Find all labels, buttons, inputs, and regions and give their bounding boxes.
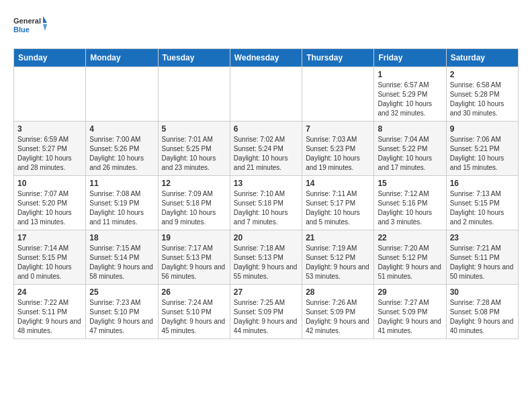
day-info: Sunrise: 7:03 AM Sunset: 5:23 PM Dayligh…: [306, 135, 370, 173]
calendar-cell: 13Sunrise: 7:10 AM Sunset: 5:18 PM Dayli…: [230, 176, 302, 230]
day-number: 5: [162, 124, 226, 134]
day-number: 7: [306, 124, 370, 134]
calendar-table: SundayMondayTuesdayWednesdayThursdayFrid…: [13, 48, 519, 339]
calendar-cell: 16Sunrise: 7:13 AM Sunset: 5:15 PM Dayli…: [446, 176, 518, 230]
day-number: 12: [162, 179, 226, 188]
day-info: Sunrise: 7:09 AM Sunset: 5:18 PM Dayligh…: [162, 189, 226, 227]
day-info: Sunrise: 7:26 AM Sunset: 5:09 PM Dayligh…: [306, 298, 370, 336]
calendar-cell: 2Sunrise: 6:58 AM Sunset: 5:28 PM Daylig…: [446, 67, 518, 122]
day-number: 13: [234, 179, 298, 188]
day-number: 10: [17, 179, 82, 188]
day-info: Sunrise: 7:02 AM Sunset: 5:24 PM Dayligh…: [234, 135, 298, 173]
calendar-cell: 21Sunrise: 7:19 AM Sunset: 5:12 PM Dayli…: [302, 230, 374, 285]
calendar-cell: [14, 67, 86, 122]
day-info: Sunrise: 7:11 AM Sunset: 5:17 PM Dayligh…: [306, 189, 370, 227]
header-tuesday: Tuesday: [158, 49, 230, 67]
day-info: Sunrise: 7:08 AM Sunset: 5:19 PM Dayligh…: [89, 189, 154, 227]
calendar-cell: 6Sunrise: 7:02 AM Sunset: 5:24 PM Daylig…: [230, 122, 302, 176]
day-info: Sunrise: 7:22 AM Sunset: 5:11 PM Dayligh…: [17, 298, 82, 336]
day-info: Sunrise: 7:19 AM Sunset: 5:12 PM Dayligh…: [306, 244, 370, 281]
header-monday: Monday: [86, 49, 158, 67]
day-info: Sunrise: 7:21 AM Sunset: 5:11 PM Dayligh…: [450, 244, 515, 281]
page-header: General Blue: [13, 13, 519, 42]
calendar-cell: 29Sunrise: 7:27 AM Sunset: 5:09 PM Dayli…: [374, 285, 446, 339]
week-row-5: 24Sunrise: 7:22 AM Sunset: 5:11 PM Dayli…: [14, 285, 519, 339]
week-row-2: 3Sunrise: 6:59 AM Sunset: 5:27 PM Daylig…: [14, 122, 519, 176]
day-number: 21: [306, 233, 370, 242]
calendar-cell: 4Sunrise: 7:00 AM Sunset: 5:26 PM Daylig…: [86, 122, 158, 176]
day-number: 14: [306, 179, 370, 188]
calendar-cell: 25Sunrise: 7:23 AM Sunset: 5:10 PM Dayli…: [86, 285, 158, 339]
day-info: Sunrise: 7:12 AM Sunset: 5:16 PM Dayligh…: [378, 189, 442, 227]
calendar-cell: 30Sunrise: 7:28 AM Sunset: 5:08 PM Dayli…: [446, 285, 518, 339]
day-number: 26: [162, 287, 226, 297]
day-info: Sunrise: 7:18 AM Sunset: 5:13 PM Dayligh…: [234, 244, 298, 281]
calendar-cell: 12Sunrise: 7:09 AM Sunset: 5:18 PM Dayli…: [158, 176, 230, 230]
day-info: Sunrise: 7:17 AM Sunset: 5:13 PM Dayligh…: [162, 244, 226, 281]
header-sunday: Sunday: [14, 49, 86, 67]
day-number: 24: [17, 287, 82, 297]
svg-text:General: General: [13, 17, 41, 25]
day-number: 28: [306, 287, 370, 297]
calendar-cell: 27Sunrise: 7:25 AM Sunset: 5:09 PM Dayli…: [230, 285, 302, 339]
header-saturday: Saturday: [446, 49, 518, 67]
logo-svg: General Blue: [13, 13, 47, 42]
day-number: 1: [378, 70, 442, 79]
day-number: 27: [234, 287, 298, 297]
day-number: 15: [378, 179, 442, 188]
day-info: Sunrise: 7:15 AM Sunset: 5:14 PM Dayligh…: [89, 244, 154, 281]
day-number: 18: [89, 233, 154, 242]
day-info: Sunrise: 7:23 AM Sunset: 5:10 PM Dayligh…: [89, 298, 154, 336]
logo: General Blue: [13, 13, 47, 42]
day-number: 30: [450, 287, 515, 297]
day-number: 11: [89, 179, 154, 188]
calendar-cell: 17Sunrise: 7:14 AM Sunset: 5:15 PM Dayli…: [14, 230, 86, 285]
day-number: 17: [17, 233, 82, 242]
calendar-cell: [302, 67, 374, 122]
calendar-cell: 8Sunrise: 7:04 AM Sunset: 5:22 PM Daylig…: [374, 122, 446, 176]
calendar-cell: 19Sunrise: 7:17 AM Sunset: 5:13 PM Dayli…: [158, 230, 230, 285]
day-number: 19: [162, 233, 226, 242]
day-info: Sunrise: 7:04 AM Sunset: 5:22 PM Dayligh…: [378, 135, 442, 173]
day-info: Sunrise: 6:58 AM Sunset: 5:28 PM Dayligh…: [450, 81, 515, 118]
week-row-3: 10Sunrise: 7:07 AM Sunset: 5:20 PM Dayli…: [14, 176, 519, 230]
calendar-cell: 1Sunrise: 6:57 AM Sunset: 5:29 PM Daylig…: [374, 67, 446, 122]
day-number: 6: [234, 124, 298, 134]
calendar-cell: 18Sunrise: 7:15 AM Sunset: 5:14 PM Dayli…: [86, 230, 158, 285]
day-info: Sunrise: 7:00 AM Sunset: 5:26 PM Dayligh…: [89, 135, 154, 173]
day-number: 25: [89, 287, 154, 297]
svg-marker-3: [43, 24, 47, 31]
day-number: 22: [378, 233, 442, 242]
day-info: Sunrise: 7:01 AM Sunset: 5:25 PM Dayligh…: [162, 135, 226, 173]
calendar-header-row: SundayMondayTuesdayWednesdayThursdayFrid…: [14, 49, 519, 67]
day-info: Sunrise: 7:25 AM Sunset: 5:09 PM Dayligh…: [234, 298, 298, 336]
calendar-cell: 28Sunrise: 7:26 AM Sunset: 5:09 PM Dayli…: [302, 285, 374, 339]
day-number: 29: [378, 287, 442, 297]
day-info: Sunrise: 7:13 AM Sunset: 5:15 PM Dayligh…: [450, 189, 515, 227]
day-info: Sunrise: 7:14 AM Sunset: 5:15 PM Dayligh…: [17, 244, 82, 281]
day-info: Sunrise: 6:57 AM Sunset: 5:29 PM Dayligh…: [378, 81, 442, 118]
calendar-cell: 24Sunrise: 7:22 AM Sunset: 5:11 PM Dayli…: [14, 285, 86, 339]
day-number: 8: [378, 124, 442, 134]
day-number: 4: [89, 124, 154, 134]
svg-marker-2: [43, 16, 47, 23]
day-info: Sunrise: 7:20 AM Sunset: 5:12 PM Dayligh…: [378, 244, 442, 281]
calendar-cell: 23Sunrise: 7:21 AM Sunset: 5:11 PM Dayli…: [446, 230, 518, 285]
header-thursday: Thursday: [302, 49, 374, 67]
calendar-cell: 7Sunrise: 7:03 AM Sunset: 5:23 PM Daylig…: [302, 122, 374, 176]
calendar-cell: 3Sunrise: 6:59 AM Sunset: 5:27 PM Daylig…: [14, 122, 86, 176]
day-number: 23: [450, 233, 515, 242]
day-number: 9: [450, 124, 515, 134]
day-number: 16: [450, 179, 515, 188]
calendar-cell: [230, 67, 302, 122]
svg-text:Blue: Blue: [13, 26, 30, 34]
calendar-cell: 22Sunrise: 7:20 AM Sunset: 5:12 PM Dayli…: [374, 230, 446, 285]
calendar-cell: 9Sunrise: 7:06 AM Sunset: 5:21 PM Daylig…: [446, 122, 518, 176]
header-wednesday: Wednesday: [230, 49, 302, 67]
calendar-cell: 14Sunrise: 7:11 AM Sunset: 5:17 PM Dayli…: [302, 176, 374, 230]
header-friday: Friday: [374, 49, 446, 67]
day-info: Sunrise: 6:59 AM Sunset: 5:27 PM Dayligh…: [17, 135, 82, 173]
day-info: Sunrise: 7:06 AM Sunset: 5:21 PM Dayligh…: [450, 135, 515, 173]
calendar-cell: 5Sunrise: 7:01 AM Sunset: 5:25 PM Daylig…: [158, 122, 230, 176]
calendar-cell: 10Sunrise: 7:07 AM Sunset: 5:20 PM Dayli…: [14, 176, 86, 230]
